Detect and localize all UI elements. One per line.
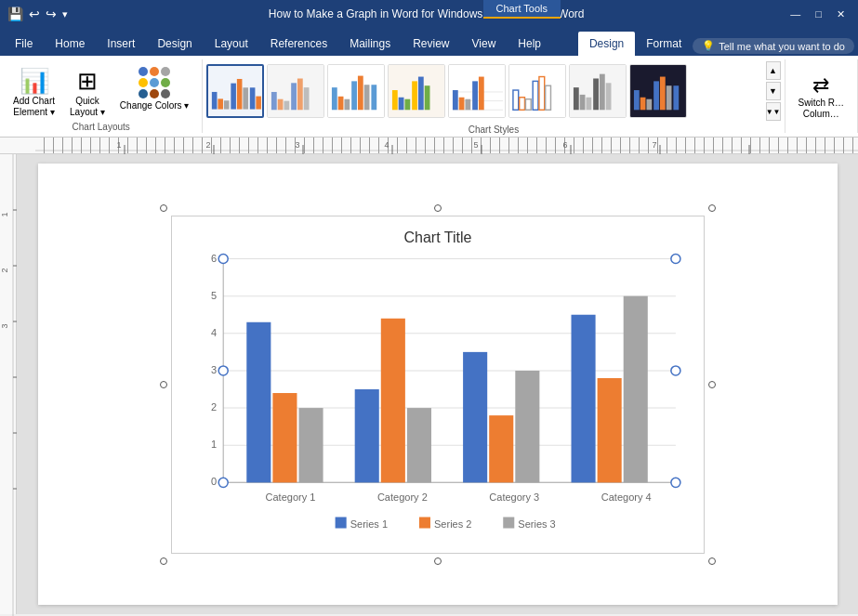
switch-row-label: Switch R…Colum… (799, 98, 844, 120)
document-area: Chart Title (17, 154, 858, 614)
svg-rect-19 (345, 99, 350, 111)
chart-style-3[interactable] (327, 64, 385, 118)
handle-bottom-middle[interactable] (434, 557, 442, 565)
chart-styles-scroll-more[interactable]: ▼▼ (766, 102, 781, 121)
svg-rect-27 (405, 99, 411, 111)
svg-rect-10 (271, 92, 277, 110)
tell-me-box[interactable]: 💡 Tell me what you want to do (693, 38, 854, 54)
svg-rect-50 (587, 98, 592, 111)
chart-style-8[interactable] (629, 64, 687, 118)
minimize-btn[interactable]: — (785, 8, 806, 20)
chart-styles-section: ▲ ▼ ▼▼ Chart Styles (203, 59, 785, 133)
svg-rect-6 (244, 87, 249, 109)
ruler-content: 1 2 3 4 5 6 7 (35, 138, 858, 153)
svg-text:7: 7 (652, 140, 656, 150)
svg-point-106 (218, 478, 228, 487)
save-icon[interactable]: 💾 (7, 7, 23, 21)
svg-text:6: 6 (211, 252, 217, 263)
tab-chart-design[interactable]: Design (578, 32, 635, 56)
svg-rect-18 (338, 97, 344, 110)
svg-rect-21 (358, 76, 363, 111)
ribbon-content: 📊 Add ChartElement ▾ ⊞ QuickLayout ▾ (0, 56, 858, 138)
add-chart-label: Add ChartElement ▾ (13, 96, 55, 118)
svg-rect-3 (224, 100, 230, 109)
category-1-label: Category 1 (265, 491, 315, 503)
tab-view[interactable]: View (461, 32, 508, 56)
tab-insert[interactable]: Insert (96, 32, 146, 56)
chart-layouts-label: Chart Layouts (73, 122, 130, 134)
chart-style-1[interactable] (206, 64, 264, 118)
switch-row-column-btn[interactable]: ⇄ Switch R…Colum… (793, 70, 850, 124)
svg-rect-110 (335, 517, 346, 528)
bar-cat1-s3 (298, 408, 323, 482)
tab-home[interactable]: Home (44, 32, 96, 56)
svg-rect-111 (418, 517, 429, 528)
chart-style-5[interactable] (448, 64, 506, 118)
category-3-label: Category 3 (489, 491, 539, 503)
handle-middle-left[interactable] (160, 381, 167, 388)
svg-rect-57 (647, 99, 653, 111)
svg-rect-36 (459, 98, 465, 111)
chart-tools-label: Chart Tools (483, 0, 561, 19)
tab-layout[interactable]: Layout (204, 32, 259, 56)
chart-wrapper[interactable]: Chart Title (164, 208, 712, 561)
handle-top-middle[interactable] (434, 204, 442, 212)
bar-cat2-s3 (406, 408, 430, 482)
svg-rect-14 (297, 78, 303, 110)
svg-text:4: 4 (211, 326, 217, 337)
handle-bottom-left[interactable] (160, 557, 167, 565)
add-chart-element-btn[interactable]: 📊 Add ChartElement ▾ (7, 63, 60, 122)
svg-text:0: 0 (211, 476, 217, 487)
svg-rect-61 (674, 85, 680, 110)
legend-series1: Series 1 (350, 518, 387, 529)
tab-references[interactable]: References (259, 32, 338, 56)
tab-file[interactable]: File (4, 32, 44, 56)
handle-top-left[interactable] (160, 204, 167, 212)
maximize-btn[interactable]: □ (810, 8, 827, 20)
quick-layout-btn[interactable]: ⊞ QuickLayout ▾ (64, 63, 111, 122)
svg-rect-11 (278, 99, 284, 111)
svg-rect-26 (399, 98, 404, 111)
bar-cat2-s1 (354, 389, 378, 482)
svg-rect-49 (580, 95, 586, 110)
chart-layouts-group: 📊 Add ChartElement ▾ ⊞ QuickLayout ▾ (0, 59, 203, 133)
tab-design[interactable]: Design (146, 32, 203, 56)
chart-styles-scroll-down[interactable]: ▼ (766, 82, 781, 100)
bar-cat4-s2 (597, 377, 621, 481)
redo-icon[interactable]: ↪ (46, 7, 57, 21)
chart-style-7[interactable] (569, 64, 627, 118)
handle-bottom-right[interactable] (708, 557, 716, 565)
svg-rect-1 (212, 92, 218, 110)
tab-review[interactable]: Review (402, 32, 460, 56)
chart-styles-scroll: ▲ ▼ ▼▼ (766, 61, 781, 121)
svg-text:2: 2 (205, 140, 210, 150)
svg-text:1: 1 (211, 439, 217, 450)
tab-help[interactable]: Help (507, 32, 552, 56)
window-title: How to Make a Graph in Word for Windows … (68, 7, 785, 20)
handle-top-right[interactable] (708, 204, 716, 212)
bar-cat4-s3 (623, 295, 647, 482)
handle-middle-right[interactable] (708, 381, 716, 388)
tab-mailings[interactable]: Mailings (338, 32, 402, 56)
svg-rect-37 (466, 99, 471, 111)
window-buttons: — □ ✕ (785, 8, 851, 20)
chart-styles-scroll-up[interactable]: ▲ (766, 61, 781, 80)
bar-cat3-s2 (489, 415, 513, 482)
svg-rect-12 (284, 101, 290, 111)
change-colors-btn[interactable]: Change Colors ▾ (114, 63, 194, 115)
switch-row-group: ⇄ Switch R…Colum… (785, 59, 858, 133)
svg-rect-35 (453, 90, 458, 110)
tab-chart-format[interactable]: Format (635, 32, 693, 56)
close-btn[interactable]: ✕ (831, 8, 851, 20)
add-chart-icon: 📊 (20, 67, 49, 96)
svg-rect-29 (418, 77, 424, 111)
category-2-label: Category 2 (376, 491, 427, 503)
chart-style-2[interactable] (267, 64, 324, 118)
svg-rect-112 (503, 517, 514, 528)
undo-icon[interactable]: ↩ (29, 7, 40, 21)
chart-style-6[interactable] (508, 64, 566, 118)
svg-point-104 (218, 254, 228, 263)
color-dots (139, 67, 170, 98)
chart-style-4[interactable] (388, 64, 445, 118)
title-bar-controls: 💾 ↩ ↪ ▾ (7, 7, 68, 21)
